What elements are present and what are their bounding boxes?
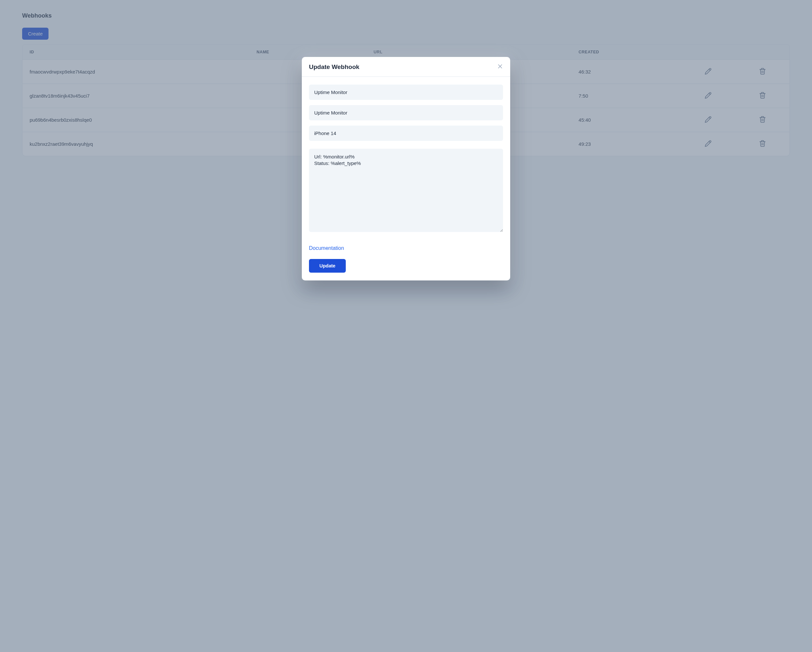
update-webhook-modal: Update Webhook Documentation Update [302,57,510,280]
webhook-name-input[interactable] [309,85,503,100]
close-icon [497,64,503,69]
update-button[interactable]: Update [309,259,346,273]
documentation-link[interactable]: Documentation [309,245,344,251]
webhook-body-textarea[interactable] [309,149,503,232]
modal-title: Update Webhook [309,64,359,71]
webhook-device-input[interactable] [309,126,503,141]
webhook-source-input[interactable] [309,105,503,120]
close-button[interactable] [497,64,503,71]
modal-overlay: Update Webhook Documentation Update [0,0,812,652]
